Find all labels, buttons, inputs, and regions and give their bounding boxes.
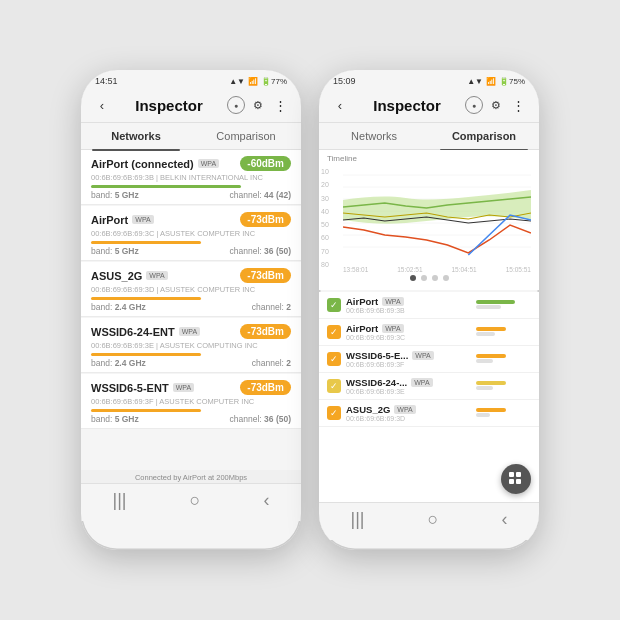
comp-item-3[interactable]: ✓ WSSID6-24-... WPA 00:6B:69:6B:69:3E (319, 373, 539, 400)
svg-rect-10 (516, 479, 521, 484)
dot-2[interactable] (421, 275, 427, 281)
back-button-left[interactable]: ‹ (91, 94, 113, 116)
comp-name-0: AirPort (346, 296, 378, 307)
nav-back-right[interactable]: ‹ (501, 509, 507, 530)
tabs-right: Networks Comparison (319, 123, 539, 150)
app-bar-left: ‹ Inspector ● ⚙ ⋮ (81, 88, 301, 123)
network-item-3[interactable]: WSSID6-24-ENT WPA -73dBm 00:6B:69:6B:69:… (81, 318, 301, 373)
comp-bar-wrap-4 (476, 408, 531, 418)
comp-name-1: AirPort (346, 323, 378, 334)
status-time-left: 14:51 (95, 76, 118, 86)
nav-back-left[interactable]: ‹ (263, 490, 269, 511)
comp-name-2: WSSID6-5-E... (346, 350, 408, 361)
comp-mac-2: 00:6B:69:6B:69:3F (346, 361, 471, 368)
bottom-nav-left: ||| ○ ‹ (81, 483, 301, 521)
network-name-0: AirPort (connected) (91, 158, 194, 170)
nav-menu-right[interactable]: ||| (351, 509, 365, 530)
comp-check-1[interactable]: ✓ (327, 325, 341, 339)
dot-1[interactable] (410, 275, 416, 281)
comp-name-col-3: WSSID6-24-... WPA 00:6B:69:6B:69:3E (346, 377, 471, 395)
signal-bar-1 (91, 241, 201, 244)
comp-bar-1a (476, 327, 506, 331)
comp-bar-4b (476, 413, 490, 417)
network-channel-4: channel: 36 (50) (230, 414, 291, 424)
comp-name-3: WSSID6-24-... (346, 377, 407, 388)
comp-check-0[interactable]: ✓ (327, 298, 341, 312)
comp-item-0[interactable]: ✓ AirPort WPA 00:6B:69:6B:69:3B (319, 292, 539, 319)
comp-name-4: ASUS_2G (346, 404, 390, 415)
comp-check-2[interactable]: ✓ (327, 352, 341, 366)
network-badge-1: WPA (132, 215, 153, 224)
tab-networks-left[interactable]: Networks (81, 123, 191, 149)
back-button-right[interactable]: ‹ (329, 94, 351, 116)
comp-name-col-1: AirPort WPA 00:6B:69:6B:69:3C (346, 323, 471, 341)
phones-container: 14:51 ▲▼ 📶 🔋77% ‹ Inspector ● ⚙ ⋮ Networ… (81, 70, 539, 550)
status-bar-right: 15:09 ▲▼ 📶 🔋75% (319, 70, 539, 88)
comp-bar-wrap-1 (476, 327, 531, 337)
nav-home-left[interactable]: ○ (190, 490, 201, 511)
tabs-left: Networks Comparison (81, 123, 301, 150)
tab-comparison-left[interactable]: Comparison (191, 123, 301, 149)
nav-home-right[interactable]: ○ (428, 509, 439, 530)
left-phone: 14:51 ▲▼ 📶 🔋77% ‹ Inspector ● ⚙ ⋮ Networ… (81, 70, 301, 550)
more-button-right[interactable]: ⋮ (507, 94, 529, 116)
comp-bar-wrap-2 (476, 354, 531, 364)
network-item-0[interactable]: AirPort (connected) WPA -60dBm 00:6B:69:… (81, 150, 301, 205)
grid-icon (508, 471, 524, 487)
comp-item-2[interactable]: ✓ WSSID6-5-E... WPA 00:6B:69:6B:69:3F (319, 346, 539, 373)
network-mac-4: 00:6B:69:6B:69:3F | ASUSTEK COMPUTER INC (91, 397, 291, 406)
tune-button-left[interactable]: ⚙ (247, 94, 269, 116)
network-mac-0: 00:6B:69:6B:69:3B | BELKIN INTERNATIONAL… (91, 173, 291, 182)
network-mac-2: 00:6B:69:6B:69:3D | ASUSTEK COMPUTER INC (91, 285, 291, 294)
dot-3[interactable] (432, 275, 438, 281)
signal-badge-3: -73dBm (240, 324, 291, 339)
timeline-svg (343, 165, 531, 265)
comp-badge-0: WPA (382, 297, 403, 306)
network-name-4: WSSID6-5-ENT (91, 382, 169, 394)
comp-check-3[interactable]: ✓ (327, 379, 341, 393)
comp-badge-4: WPA (394, 405, 415, 414)
comp-mac-0: 00:6B:69:6B:69:3B (346, 307, 471, 314)
signal-badge-0: -60dBm (240, 156, 291, 171)
tune-button-right[interactable]: ⚙ (485, 94, 507, 116)
comp-check-4[interactable]: ✓ (327, 406, 341, 420)
network-band-0: band: 5 GHz (91, 190, 139, 200)
network-item-2[interactable]: ASUS_2G WPA -73dBm 00:6B:69:6B:69:3D | A… (81, 262, 301, 317)
signal-bar-4 (91, 409, 201, 412)
chart-area: Timeline 10 20 30 40 50 60 70 80 (319, 150, 539, 290)
comp-list: ✓ AirPort WPA 00:6B:69:6B:69:3B ✓ (319, 292, 539, 502)
comp-bar-1b (476, 332, 495, 336)
signal-badge-2: -73dBm (240, 268, 291, 283)
app-title-left: Inspector (113, 97, 225, 114)
chart-x-labels: 13:58:01 15:02:51 15:04:51 15:05:51 (343, 266, 531, 273)
comp-item-4[interactable]: ✓ ASUS_2G WPA 00:6B:69:6B:69:3D (319, 400, 539, 427)
nav-menu-left[interactable]: ||| (113, 490, 127, 511)
comp-badge-3: WPA (411, 378, 432, 387)
dot-4[interactable] (443, 275, 449, 281)
comp-bar-wrap-0 (476, 300, 531, 310)
comp-mac-4: 00:6B:69:6B:69:3D (346, 415, 471, 422)
comp-item-1[interactable]: ✓ AirPort WPA 00:6B:69:6B:69:3C (319, 319, 539, 346)
network-badge-2: WPA (146, 271, 167, 280)
network-name-3: WSSID6-24-ENT (91, 326, 175, 338)
network-item-1[interactable]: AirPort WPA -73dBm 00:6B:69:6B:69:3C | A… (81, 206, 301, 261)
network-channel-1: channel: 36 (50) (230, 246, 291, 256)
signal-badge-1: -73dBm (240, 212, 291, 227)
chart-title: Timeline (327, 154, 531, 163)
signal-bar-3 (91, 353, 201, 356)
network-item-4[interactable]: WSSID6-5-ENT WPA -73dBm 00:6B:69:6B:69:3… (81, 374, 301, 429)
status-icons-left: ▲▼ 📶 🔋77% (229, 77, 287, 86)
more-button-left[interactable]: ⋮ (269, 94, 291, 116)
svg-rect-8 (516, 472, 521, 477)
bottom-nav-right: ||| ○ ‹ (319, 502, 539, 540)
dot-button-right[interactable]: ● (465, 96, 483, 114)
grid-fab-button[interactable] (501, 464, 531, 494)
dot-button-left[interactable]: ● (227, 96, 245, 114)
tab-networks-right[interactable]: Networks (319, 123, 429, 149)
comp-bar-0b (476, 305, 501, 309)
comp-bar-wrap-3 (476, 381, 531, 391)
svg-rect-7 (509, 472, 514, 477)
status-time-right: 15:09 (333, 76, 356, 86)
tab-comparison-right[interactable]: Comparison (429, 123, 539, 149)
network-band-1: band: 5 GHz (91, 246, 139, 256)
